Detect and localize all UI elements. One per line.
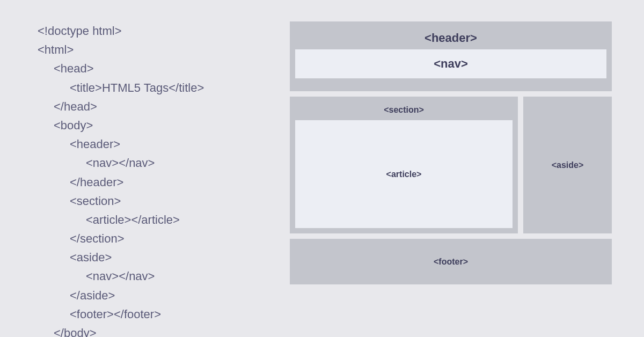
code-line: </head> <box>38 97 263 116</box>
code-line: <header> <box>38 135 263 153</box>
layout-diagram: <header> <nav> <section> <article> <asid… <box>263 21 612 316</box>
code-line: </aside> <box>38 286 263 305</box>
footer-region: <footer> <box>290 239 612 284</box>
code-line: <aside> <box>38 248 263 267</box>
code-panel: <!doctype html> <html> <head> <title>HTM… <box>38 21 263 316</box>
header-region: <header> <nav> <box>290 21 612 91</box>
code-line: <body> <box>38 116 263 135</box>
code-line: <footer></footer> <box>38 305 263 324</box>
code-line: <article></article> <box>38 210 263 229</box>
code-line: <title>HTML5 Tags</title> <box>38 78 263 97</box>
middle-row: <section> <article> <aside> <box>290 97 612 233</box>
code-line: <nav></nav> <box>38 153 263 172</box>
code-line: <!doctype html> <box>38 21 263 40</box>
code-line: </body> <box>38 324 263 337</box>
code-line: </header> <box>38 173 263 192</box>
aside-region: <aside> <box>523 97 612 233</box>
nav-region: <nav> <box>295 49 606 78</box>
section-label: <section> <box>295 102 513 120</box>
header-label: <header> <box>425 27 477 49</box>
section-region: <section> <article> <box>290 97 518 233</box>
code-line: <head> <box>38 59 263 78</box>
code-line: <section> <box>38 192 263 210</box>
code-line: <html> <box>38 40 263 59</box>
code-line: <nav></nav> <box>38 267 263 285</box>
code-line: </section> <box>38 229 263 248</box>
article-region: <article> <box>295 120 513 228</box>
